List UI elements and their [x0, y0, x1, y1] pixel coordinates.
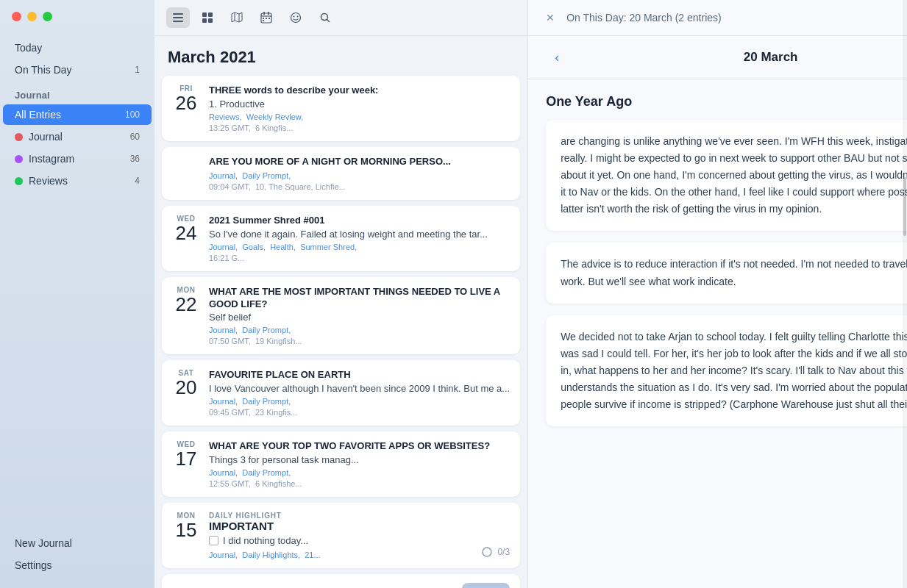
entry-thumbnail — [462, 583, 510, 588]
svg-rect-8 — [263, 12, 265, 15]
entry-body: WHAT ARE YOUR TOP TWO FAVORITE APPS OR W… — [209, 440, 510, 488]
entry-text-block: are changing is unlike anything we've ev… — [546, 120, 907, 231]
entry-card[interactable]: SUN 14 Arjan's 5th Birthday The kid turn… — [162, 574, 520, 588]
sidebar-item-journal[interactable]: Journal 60 — [3, 126, 152, 147]
entry-year-label: One Year Ago — [546, 94, 632, 110]
toolbar — [154, 0, 527, 36]
month-header: March 2021 — [162, 45, 520, 76]
sidebar-item-reviews[interactable]: Reviews 4 — [3, 171, 152, 191]
instagram-dot — [15, 155, 23, 163]
prev-date-button[interactable]: ‹ — [546, 46, 568, 68]
svg-rect-9 — [268, 12, 269, 15]
journal-section-label: Journal — [0, 87, 154, 104]
entry-paragraph-1: are changing is unlike anything we've ev… — [561, 133, 907, 218]
panel-close-button[interactable]: ✕ — [540, 7, 561, 28]
svg-rect-6 — [208, 18, 213, 23]
svg-rect-4 — [208, 12, 213, 17]
scrollbar-track — [903, 0, 907, 588]
entry-paragraph-2: The advice is to reduce interaction if i… — [561, 256, 907, 290]
entry-card[interactable]: MON 22 WHAT ARE THE MOST IMPORTANT THING… — [162, 277, 520, 355]
panel-nav: ‹ 20 March › — [528, 36, 907, 79]
entry-date: MON 22 — [172, 286, 200, 346]
entry-date — [172, 156, 200, 191]
reviews-label: Reviews — [29, 175, 68, 187]
instagram-badge: 36 — [125, 154, 140, 164]
entry-card[interactable]: ARE YOU MORE OF A NIGHT OR MORNING PERSO… — [162, 147, 520, 200]
entry-date: WED 17 — [172, 440, 200, 488]
emoji-view-button[interactable] — [284, 7, 307, 28]
map-view-button[interactable] — [225, 7, 249, 28]
maximize-button[interactable] — [43, 12, 52, 21]
reviews-badge: 4 — [125, 176, 140, 186]
svg-point-15 — [294, 16, 295, 18]
entry-card[interactable]: WED 17 WHAT ARE YOUR TOP TWO FAVORITE AP… — [162, 431, 520, 497]
sidebar: Today On This Day 1 Journal All Entries … — [0, 0, 154, 588]
close-button[interactable] — [12, 12, 21, 21]
on-this-day-label: On This Day — [15, 64, 72, 76]
grid-view-button[interactable] — [196, 7, 219, 28]
minimize-button[interactable] — [27, 12, 37, 21]
panel-entry-content: One Year Ago 2020 are changing is unlike… — [528, 79, 907, 588]
panel-header: ✕ On This Day: 20 March (2 entries) ··· — [528, 0, 907, 36]
entries-panel: March 2021 FRI 26 THREE words to describ… — [154, 0, 527, 588]
window-controls — [12, 12, 52, 21]
reviews-dot — [15, 177, 23, 185]
entry-text-block-3: We decided not to take Arjan to school t… — [546, 315, 907, 426]
settings-button[interactable]: Settings — [0, 554, 154, 576]
right-panel: ✕ On This Day: 20 March (2 entries) ··· … — [527, 0, 907, 588]
entry-card[interactable]: WED 24 2021 Summer Shred #001 So I've do… — [162, 206, 520, 271]
entry-date: SAT 20 — [172, 369, 200, 417]
svg-rect-5 — [202, 18, 207, 23]
svg-point-14 — [291, 13, 301, 23]
sidebar-item-all-entries[interactable]: All Entries 100 — [3, 104, 152, 125]
instagram-label: Instagram — [29, 153, 74, 165]
entry-date: WED 24 — [172, 215, 200, 262]
journal-badge: 60 — [125, 132, 140, 142]
entry-paragraph-3: We decided not to take Arjan to school t… — [561, 329, 907, 413]
entry-body: THREE words to describe your week: 1. Pr… — [209, 85, 510, 132]
entry-date: FRI 26 — [172, 85, 200, 132]
svg-rect-12 — [268, 18, 270, 19]
entry-text-block-2: The advice is to reduce interaction if i… — [546, 243, 907, 303]
sidebar-item-instagram[interactable]: Instagram 36 — [3, 148, 152, 169]
entry-year-header: One Year Ago 2020 — [546, 94, 907, 110]
svg-rect-3 — [202, 12, 207, 17]
nav-date: 20 March — [744, 50, 798, 65]
calendar-view-button[interactable] — [255, 7, 278, 28]
entry-body: WHAT ARE THE MOST IMPORTANT THINGS NEEDE… — [209, 286, 510, 346]
panel-title: On This Day: 20 March (2 entries) — [566, 12, 907, 24]
scrollbar-thumb[interactable] — [903, 177, 906, 236]
entry-body: 2021 Summer Shred #001 So I've done it a… — [209, 215, 510, 262]
entry-card[interactable]: FRI 26 THREE words to describe your week… — [162, 76, 520, 141]
checkbox-empty[interactable] — [209, 536, 218, 545]
scrollbar[interactable] — [903, 0, 907, 588]
progress-text: 0/3 — [497, 547, 510, 557]
list-view-button[interactable] — [166, 7, 190, 28]
svg-rect-0 — [173, 13, 183, 15]
highlight-body: Daily Highlight IMPORTANT I did nothing … — [209, 512, 472, 559]
all-entries-badge: 100 — [125, 110, 140, 120]
svg-rect-1 — [173, 17, 183, 18]
svg-rect-13 — [263, 20, 264, 21]
svg-rect-2 — [173, 21, 183, 22]
entry-body: ARE YOU MORE OF A NIGHT OR MORNING PERSO… — [209, 156, 510, 191]
on-this-day-badge: 1 — [125, 65, 140, 75]
journal-label: Journal — [29, 131, 63, 143]
new-journal-button[interactable]: New Journal — [0, 532, 154, 554]
entry-date: MON 15 — [172, 512, 200, 541]
entry-card[interactable]: SAT 20 FAVOURITE PLACE ON EARTH I love V… — [162, 360, 520, 426]
sidebar-item-on-this-day[interactable]: On This Day 1 — [3, 60, 152, 80]
all-entries-label: All Entries — [15, 109, 61, 121]
svg-point-16 — [297, 16, 299, 18]
svg-rect-10 — [263, 18, 264, 19]
entry-body: FAVOURITE PLACE ON EARTH I love Vancouve… — [209, 369, 510, 417]
progress-icon — [481, 546, 493, 558]
svg-rect-11 — [266, 18, 267, 19]
sidebar-today-label: Today — [15, 42, 42, 54]
svg-point-18 — [483, 548, 491, 556]
journal-dot — [15, 133, 23, 141]
entries-list: March 2021 FRI 26 THREE words to describ… — [154, 36, 527, 588]
highlight-entry-card[interactable]: MON 15 Daily Highlight IMPORTANT I did n… — [162, 503, 520, 568]
search-button[interactable] — [313, 7, 337, 28]
sidebar-item-today[interactable]: Today — [3, 37, 152, 58]
